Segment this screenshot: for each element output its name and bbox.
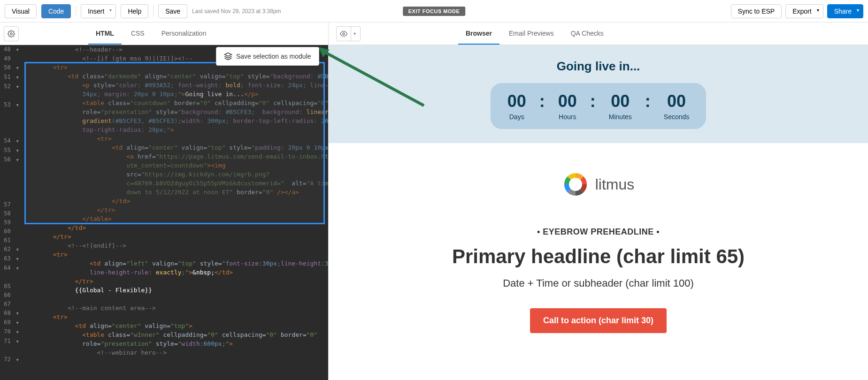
litmus-logo-text: litmus (595, 176, 635, 193)
preview-tabs: ▾ Browser Email Previews QA Checks (329, 23, 868, 45)
editor-tabs: HTML CSS Personalization (0, 23, 328, 45)
gear-icon (8, 30, 15, 38)
tab-email-previews[interactable]: Email Previews (501, 23, 561, 45)
top-toolbar: Visual Code Insert Help Save Last saved … (0, 0, 868, 23)
eye-icon (340, 30, 347, 38)
editor-pane: HTML CSS Personalization 48 ▼49 50 ▼51 ▼… (0, 23, 329, 380)
eyebrow-text: • EYEBROW PREHEADLINE • (347, 227, 849, 237)
countdown-separator: : (539, 91, 545, 111)
svg-point-1 (343, 33, 345, 35)
svg-line-3 (322, 51, 424, 106)
save-module-popup[interactable]: Save selection as module (216, 47, 319, 66)
tab-browser[interactable]: Browser (458, 23, 499, 45)
share-button[interactable]: Share (827, 4, 863, 18)
code-tab-button[interactable]: Code (41, 4, 71, 18)
countdown-separator: : (645, 91, 651, 111)
countdown-separator: : (590, 91, 596, 111)
countdown-minutes-value: 00 (609, 91, 632, 111)
litmus-logo: litmus (562, 171, 635, 198)
exit-focus-button[interactable]: EXIT FOCUS MODE (403, 7, 466, 16)
annotation-arrow (318, 47, 426, 108)
layers-icon (224, 52, 232, 61)
export-button[interactable]: Export (785, 4, 823, 18)
countdown-hours-label: Hours (558, 113, 577, 121)
subheader-text: Date + Time or subheader (char limit 100… (347, 277, 849, 289)
code-editor[interactable]: 48 ▼49 50 ▼51 ▼52 ▼ 53 ▼ 54 ▼55 ▼56 ▼ 57… (0, 45, 328, 380)
sync-esp-button[interactable]: Sync to ESP (731, 4, 782, 18)
countdown-days-value: 00 (507, 91, 526, 111)
insert-button[interactable]: Insert (81, 4, 116, 18)
countdown-timer: 00Days : 00Hours : 00Minutes : 00Seconds (491, 83, 707, 129)
countdown-minutes-label: Minutes (609, 113, 632, 121)
tab-css[interactable]: CSS (123, 23, 152, 45)
tab-html[interactable]: HTML (88, 23, 122, 45)
settings-button[interactable] (4, 26, 19, 41)
save-module-label: Save selection as module (236, 53, 311, 60)
preview-visibility-dropdown[interactable]: ▾ (349, 26, 361, 41)
svg-marker-2 (225, 53, 232, 57)
line-gutter: 48 ▼49 50 ▼51 ▼52 ▼ 53 ▼ 54 ▼55 ▼56 ▼ 57… (0, 45, 23, 365)
svg-marker-4 (318, 47, 330, 57)
tab-qa-checks[interactable]: QA Checks (563, 23, 611, 45)
countdown-seconds-label: Seconds (664, 113, 689, 121)
last-saved-text: Last saved Nov 29, 2023 at 3:38pm (192, 8, 281, 15)
divider (76, 6, 76, 17)
divider (153, 6, 154, 17)
logo-section: litmus (329, 143, 868, 227)
countdown-hours-value: 00 (558, 91, 577, 111)
countdown-seconds-value: 00 (664, 91, 689, 111)
cta-button[interactable]: Call to action (char limit 30) (530, 308, 667, 333)
content-section: • EYEBROW PREHEADLINE • Primary headline… (329, 227, 868, 352)
svg-point-0 (10, 33, 12, 35)
help-button[interactable]: Help (121, 4, 148, 18)
primary-headline: Primary headline (char limit 65) (347, 245, 849, 268)
visual-tab-button[interactable]: Visual (5, 4, 37, 18)
litmus-logo-icon (562, 171, 589, 198)
tab-personalization[interactable]: Personalization (154, 23, 214, 45)
countdown-days-label: Days (507, 113, 526, 121)
save-button[interactable]: Save (158, 4, 187, 18)
